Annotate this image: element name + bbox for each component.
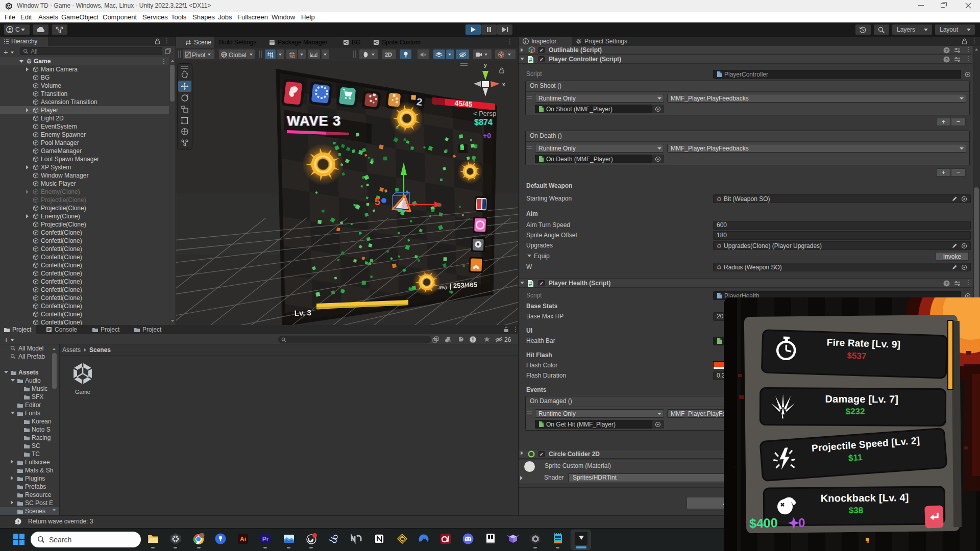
svg-text:y: y (484, 62, 487, 68)
svg-text:Ai: Ai (240, 536, 246, 543)
svg-text:< Persp: < Persp (473, 110, 496, 117)
svg-text:+0: +0 (483, 132, 491, 140)
svg-text:?: ? (945, 57, 948, 62)
svg-text:?: ? (945, 281, 948, 286)
svg-text:| 253/465: | 253/465 (449, 281, 477, 290)
svg-text:$874: $874 (474, 118, 493, 127)
svg-text:.4%): .4%) (437, 285, 447, 290)
svg-text:WAVE 3: WAVE 3 (287, 113, 341, 129)
svg-text:Lv. 3: Lv. 3 (295, 308, 312, 317)
svg-text:Pr: Pr (262, 536, 269, 543)
svg-text:#: # (529, 281, 532, 287)
svg-text:#: # (529, 57, 532, 63)
svg-text:45/45: 45/45 (454, 99, 473, 109)
svg-text:5: 5 (375, 196, 380, 207)
svg-text:?: ? (945, 48, 948, 53)
svg-text:x: x (502, 81, 505, 87)
